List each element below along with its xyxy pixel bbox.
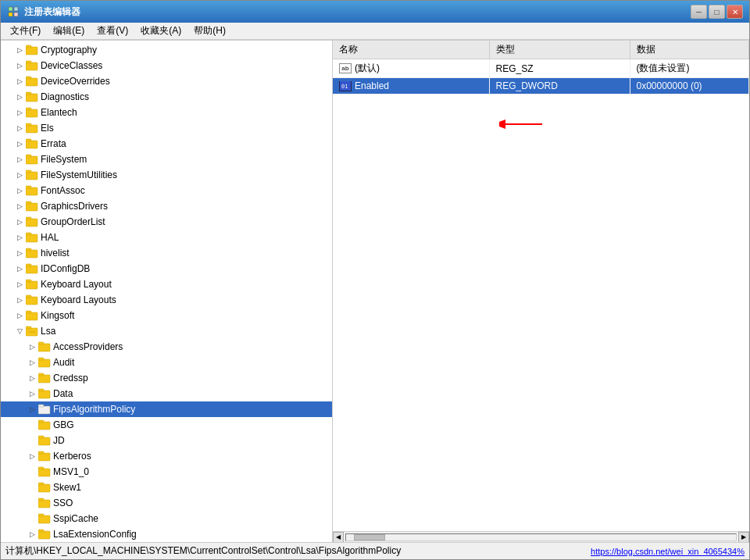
expander-lsa[interactable]: ▽: [13, 325, 26, 337]
svg-rect-52: [38, 405, 44, 407]
red-arrow-annotation: [499, 115, 546, 137]
expander-fipsalgorithmpolicy[interactable]: ▷: [26, 403, 38, 416]
tree-item-deviceclasses[interactable]: ▷ DeviceClasses: [1, 58, 332, 73]
expander-audit[interactable]: ▷: [26, 356, 38, 369]
expander-keyboardlayout[interactable]: ▷: [13, 278, 26, 291]
tree-item-idconfigdb[interactable]: ▷ IDConfigDB: [1, 261, 332, 276]
tree-item-keyboardlayout[interactable]: ▷ Keyboard Layout: [1, 276, 332, 292]
expander-diagnostics[interactable]: ▷: [13, 91, 26, 103]
tree-item-audit[interactable]: ▷ Audit: [1, 355, 332, 370]
tree-scroll[interactable]: ▷ Cryptography ▷ DeviceClasses: [1, 41, 332, 542]
tree-item-skew1[interactable]: Skew1: [1, 480, 332, 495]
expander-idconfigdb[interactable]: ▷: [13, 262, 26, 275]
tree-item-credssp[interactable]: ▷ Credssp: [1, 370, 332, 386]
tree-item-grouporderlist[interactable]: ▷ GroupOrderList: [1, 214, 332, 230]
tree-item-keyboardlayouts[interactable]: ▷ Keyboard Layouts: [1, 292, 332, 308]
expander-deviceoverrides[interactable]: ▷: [13, 75, 26, 87]
svg-rect-56: [38, 436, 44, 438]
tree-item-kerberos[interactable]: ▷ Kerberos: [1, 448, 332, 464]
dword-svg: 01: [340, 81, 351, 91]
folder-icon-filesystem: [26, 154, 38, 165]
tree-item-filesystem[interactable]: ▷ FileSystem: [1, 152, 332, 167]
status-link[interactable]: https://blog.csdn.net/wei_xin_4065434%: [591, 547, 745, 556]
expander-hal[interactable]: ▷: [13, 231, 26, 244]
expander-kerberos[interactable]: ▷: [26, 450, 38, 462]
expander-grouporderlist[interactable]: ▷: [13, 216, 26, 228]
expander-sso[interactable]: [26, 497, 38, 509]
maximize-button[interactable]: □: [709, 5, 725, 19]
expander-deviceclasses[interactable]: ▷: [13, 59, 26, 72]
tree-label-keyboardlayouts: Keyboard Layouts: [41, 294, 116, 305]
tree-label-msv1_0: MSV1_0: [53, 466, 89, 477]
table-row[interactable]: ab (默认) REG_SZ (数值未设置): [333, 59, 749, 78]
expander-lsaextensionconfig[interactable]: ▷: [26, 528, 38, 540]
minimize-button[interactable]: ─: [691, 5, 707, 19]
tree-label-deviceoverrides: DeviceOverrides: [41, 76, 110, 87]
expander-sspicache[interactable]: [26, 512, 38, 525]
expander-keyboardlayouts[interactable]: ▷: [13, 294, 26, 306]
svg-rect-26: [26, 219, 38, 226]
menu-favorites[interactable]: 收藏夹(A): [134, 23, 188, 39]
menu-edit[interactable]: 编辑(E): [47, 23, 91, 39]
close-button[interactable]: ✕: [727, 5, 743, 19]
tree-item-lsa[interactable]: ▽ Lsa: [1, 323, 332, 339]
table-row[interactable]: 01 Enabled REG_DWORD 0x00000000 (0): [333, 78, 749, 95]
tree-label-errata: Errata: [41, 138, 66, 149]
tree-item-cryptography[interactable]: ▷ Cryptography: [1, 42, 332, 58]
folder-icon-kerberos: [38, 451, 51, 462]
expander-data[interactable]: ▷: [26, 387, 38, 400]
expander-fontassoc[interactable]: ▷: [13, 184, 26, 197]
tree-label-audit: Audit: [53, 357, 74, 368]
menu-file[interactable]: 文件(F): [4, 23, 47, 39]
h-scroll-right-btn[interactable]: ▶: [738, 532, 749, 543]
expander-jd[interactable]: [26, 434, 38, 447]
tree-label-lsa: Lsa: [41, 326, 55, 337]
tree-item-jd[interactable]: JD: [1, 433, 332, 448]
tree-item-elantech[interactable]: ▷ Elantech: [1, 105, 332, 120]
tree-item-filesystemutilities[interactable]: ▷ FileSystemUtilities: [1, 167, 332, 183]
expander-errata[interactable]: ▷: [13, 137, 26, 150]
expander-cryptography[interactable]: ▷: [13, 44, 26, 56]
h-scroll-thumb[interactable]: [354, 534, 385, 540]
svg-rect-9: [26, 77, 31, 79]
tree-item-diagnostics[interactable]: ▷ Diagnostics: [1, 89, 332, 105]
expander-credssp[interactable]: ▷: [26, 372, 38, 384]
tree-item-sso[interactable]: SSO: [1, 495, 332, 511]
reg-type-enabled: REG_DWORD: [489, 78, 630, 95]
tree-item-sspicache[interactable]: SspiCache: [1, 511, 332, 526]
expander-kingsoft[interactable]: ▷: [13, 309, 26, 322]
tree-item-errata[interactable]: ▷ Errata: [1, 136, 332, 152]
tree-item-graphicsdrivers[interactable]: ▷ GraphicsDrivers: [1, 198, 332, 214]
registry-table[interactable]: 名称 类型 数据 ab (默认): [333, 41, 749, 531]
expander-hivelist[interactable]: ▷: [13, 247, 26, 259]
expander-els[interactable]: ▷: [13, 122, 26, 134]
tree-item-data[interactable]: ▷ Data: [1, 386, 332, 401]
tree-item-fontassoc[interactable]: ▷ FontAssoc: [1, 183, 332, 198]
tree-item-fipsalgorithmpolicy[interactable]: ▷ FipsAlgorithmPolicy: [1, 401, 332, 417]
expander-skew1[interactable]: [26, 481, 38, 494]
tree-item-els[interactable]: ▷ Els: [1, 120, 332, 136]
tree-item-lsaextensionconfig[interactable]: ▷ LsaExtensionConfig: [1, 526, 332, 542]
tree-item-deviceoverrides[interactable]: ▷ DeviceOverrides: [1, 73, 332, 89]
svg-rect-7: [26, 61, 31, 63]
tree-item-kingsoft[interactable]: ▷ Kingsoft: [1, 308, 332, 323]
expander-filesystemutilities[interactable]: ▷: [13, 169, 26, 181]
tree-item-msv1_0[interactable]: MSV1_0: [1, 464, 332, 480]
svg-rect-53: [38, 422, 50, 430]
tree-item-accessproviders[interactable]: ▷ AccessProviders: [1, 339, 332, 355]
expander-msv1_0[interactable]: [26, 465, 38, 478]
tree-label-graphicsdrivers: GraphicsDrivers: [41, 201, 108, 212]
tree-item-gbg[interactable]: GBG: [1, 417, 332, 433]
expander-filesystem[interactable]: ▷: [13, 153, 26, 166]
menu-view[interactable]: 查看(V): [91, 23, 134, 39]
expander-elantech[interactable]: ▷: [13, 106, 26, 119]
expander-graphicsdrivers[interactable]: ▷: [13, 200, 26, 212]
h-scroll-left-btn[interactable]: ◀: [333, 532, 344, 543]
h-scrollbar[interactable]: ◀ ▶: [333, 531, 749, 542]
svg-rect-48: [38, 373, 44, 376]
menu-help[interactable]: 帮助(H): [188, 23, 232, 39]
tree-item-hal[interactable]: ▷ HAL: [1, 230, 332, 245]
expander-gbg[interactable]: [26, 419, 38, 431]
tree-item-hivelist[interactable]: ▷ hivelist: [1, 245, 332, 261]
expander-accessproviders[interactable]: ▷: [26, 341, 38, 353]
